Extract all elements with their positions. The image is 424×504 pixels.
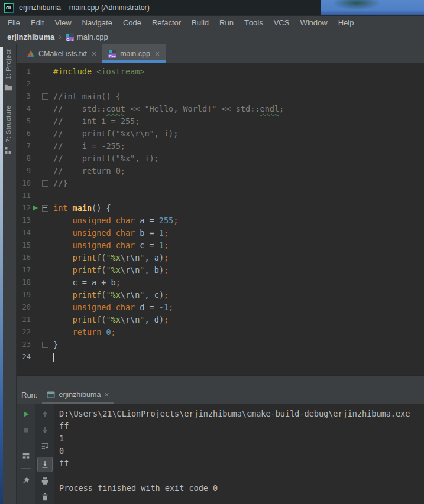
menu-item-code[interactable]: Code bbox=[118, 16, 147, 30]
code-line: 2 bbox=[17, 78, 424, 90]
menu-item-help[interactable]: Help bbox=[333, 16, 360, 30]
code-text[interactable]: unsigned char c = 1; bbox=[50, 239, 424, 252]
console-output[interactable]: D:\Users\21\CLionProjects\erjinzhibuma\c… bbox=[54, 404, 424, 504]
tab-cmakelists[interactable]: CMakeLists.txt × bbox=[21, 44, 102, 63]
clear-console-button[interactable] bbox=[40, 492, 50, 502]
gutter-fold-column bbox=[40, 214, 50, 227]
gutter-fold-column bbox=[40, 264, 50, 277]
code-text[interactable]: // std::cout << "Hello, World!" << std::… bbox=[50, 103, 424, 115]
fold-marker-icon[interactable] bbox=[42, 93, 48, 100]
rerun-button[interactable] bbox=[21, 409, 31, 420]
menu-item-refactor[interactable]: Refactor bbox=[147, 16, 186, 30]
print-button[interactable] bbox=[40, 476, 50, 486]
prev-occurrence-button[interactable] bbox=[40, 409, 50, 420]
code-text[interactable]: //} bbox=[50, 177, 424, 190]
next-occurrence-button[interactable] bbox=[40, 425, 50, 435]
run-tab-close-icon[interactable]: × bbox=[104, 391, 109, 399]
code-text[interactable]: } bbox=[50, 339, 424, 351]
code-text[interactable]: // int i = 255; bbox=[50, 115, 424, 128]
line-number: 4 bbox=[17, 103, 31, 115]
menu-item-navigate[interactable]: Navigate bbox=[77, 16, 118, 30]
code-line: 1#include <iostream> bbox=[17, 66, 424, 78]
menu-item-build[interactable]: Build bbox=[186, 16, 214, 30]
code-text[interactable] bbox=[50, 78, 424, 90]
gutter-run-column bbox=[31, 90, 40, 103]
code-line: 3//int main() { bbox=[17, 90, 424, 103]
code-text[interactable] bbox=[50, 190, 424, 202]
code-text[interactable]: printf("%x\r\n", c); bbox=[50, 289, 424, 301]
gutter-fold-column bbox=[40, 202, 50, 214]
line-number: 19 bbox=[17, 289, 31, 301]
menu-item-vcs[interactable]: VCS bbox=[268, 16, 295, 30]
tab-close-icon[interactable]: × bbox=[155, 50, 160, 58]
editor-console-splitter[interactable] bbox=[17, 375, 424, 386]
menu-item-tools[interactable]: Tools bbox=[239, 16, 268, 30]
run-console-tab[interactable]: erjinzhibuma × bbox=[42, 386, 114, 404]
gutter-run-column bbox=[31, 351, 40, 363]
code-text[interactable]: printf("%x\r\n", a); bbox=[50, 252, 424, 264]
menu-item-run[interactable]: Run bbox=[214, 16, 239, 30]
scroll-to-end-button[interactable] bbox=[37, 457, 53, 472]
pin-tab-button[interactable] bbox=[21, 476, 31, 486]
console-line: D:\Users\21\CLionProjects\erjinzhibuma\c… bbox=[59, 408, 424, 420]
code-text[interactable]: unsigned char a = 255; bbox=[50, 214, 424, 227]
code-text[interactable]: // printf("%x\r\n", i); bbox=[50, 128, 424, 140]
stripe-button-structure[interactable]: 7: Structure bbox=[4, 105, 12, 157]
code-text[interactable] bbox=[50, 351, 424, 363]
stripe-button-project[interactable]: 1: Project bbox=[4, 49, 12, 93]
console-line: ff bbox=[59, 457, 424, 470]
code-text[interactable]: //int main() { bbox=[50, 90, 424, 103]
line-number: 7 bbox=[17, 140, 31, 152]
menu-item-edit[interactable]: Edit bbox=[25, 16, 49, 30]
code-editor[interactable]: 1#include <iostream>23//int main() {4// … bbox=[17, 63, 424, 375]
code-text[interactable]: // printf("%x", i); bbox=[50, 152, 424, 165]
run-line-icon[interactable] bbox=[33, 205, 38, 211]
code-text[interactable]: #include <iostream> bbox=[50, 66, 424, 78]
code-text[interactable]: unsigned char b = 1; bbox=[50, 227, 424, 239]
line-number: 9 bbox=[17, 165, 31, 177]
gutter-run-column bbox=[31, 128, 40, 140]
code-text[interactable]: // return 0; bbox=[50, 165, 424, 177]
code-text[interactable]: c = a + b; bbox=[50, 277, 424, 289]
gutter-run-column bbox=[31, 339, 40, 351]
menu-item-file[interactable]: File bbox=[2, 16, 25, 30]
gutter-run-column bbox=[31, 66, 40, 78]
gutter-fold-column bbox=[40, 190, 50, 202]
gutter-fold-column bbox=[40, 140, 50, 152]
clion-window: CL erjinzhibuma – main.cpp (Administrato… bbox=[0, 0, 424, 504]
run-panel-title: Run: bbox=[21, 386, 37, 404]
fold-marker-icon[interactable] bbox=[42, 342, 48, 348]
gutter-run-column bbox=[31, 152, 40, 165]
breadcrumb-project[interactable]: erjinzhibuma bbox=[7, 32, 54, 41]
cmake-icon bbox=[27, 50, 35, 58]
code-text[interactable]: int main() { bbox=[50, 202, 424, 214]
gutter-run-column bbox=[31, 214, 40, 227]
desktop-wallpaper-edge bbox=[0, 47, 3, 504]
run-tab-label: erjinzhibuma bbox=[59, 391, 101, 399]
gutter-run-column bbox=[31, 103, 40, 115]
gutter-fold-column bbox=[40, 339, 50, 351]
soft-wrap-button[interactable] bbox=[40, 441, 50, 451]
tab-main-cpp[interactable]: C++ main.cpp × bbox=[102, 44, 166, 63]
cpp-file-icon: C++ bbox=[66, 33, 74, 41]
gutter-fold-column bbox=[40, 66, 50, 78]
breadcrumb-file[interactable]: main.cpp bbox=[77, 32, 108, 41]
gutter-fold-column bbox=[40, 314, 50, 326]
code-text[interactable]: printf("%x\r\n", b); bbox=[50, 264, 424, 277]
code-text[interactable]: unsigned char d = -1; bbox=[50, 301, 424, 314]
fold-marker-icon[interactable] bbox=[42, 180, 48, 187]
code-text[interactable]: // i = -255; bbox=[50, 140, 424, 152]
tab-label: CMakeLists.txt bbox=[38, 50, 87, 58]
gutter-fold-column bbox=[40, 252, 50, 264]
menu-item-window[interactable]: Window bbox=[294, 16, 332, 30]
stop-button[interactable] bbox=[21, 425, 31, 435]
code-text[interactable]: printf("%x\r\n", d); bbox=[50, 314, 424, 326]
menu-item-view[interactable]: View bbox=[49, 16, 76, 30]
code-text[interactable]: return 0; bbox=[50, 326, 424, 339]
editor-lines: 1#include <iostream>23//int main() {4// … bbox=[17, 63, 424, 363]
tab-close-icon[interactable]: × bbox=[92, 50, 96, 58]
restore-layout-button[interactable] bbox=[21, 450, 31, 461]
line-number: 15 bbox=[17, 239, 31, 252]
text-caret bbox=[53, 353, 54, 362]
fold-marker-icon[interactable] bbox=[42, 205, 48, 212]
